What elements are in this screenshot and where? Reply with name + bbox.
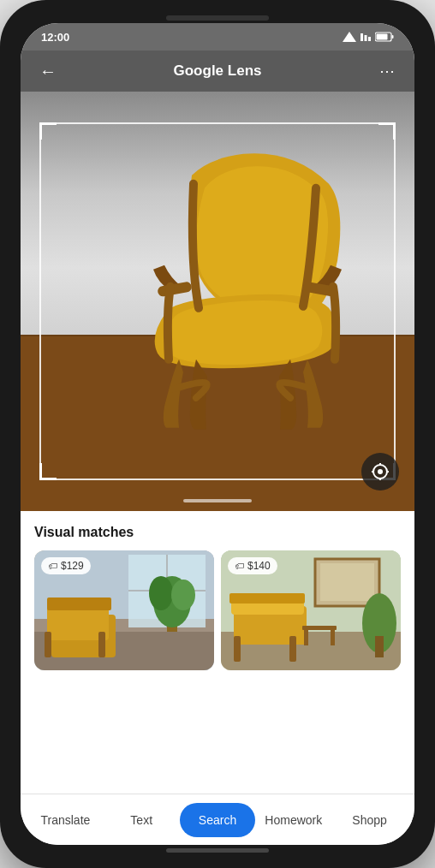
svg-rect-41 xyxy=(302,626,337,630)
svg-marker-0 xyxy=(343,32,356,42)
tab-homework[interactable]: Homework xyxy=(255,803,331,837)
swipe-handle xyxy=(183,499,252,502)
svg-rect-1 xyxy=(361,33,363,41)
nav-title: Google Lens xyxy=(174,62,262,80)
results-area: Visual matches xyxy=(21,511,414,794)
match-1-price: $129 xyxy=(61,560,84,572)
svg-rect-42 xyxy=(304,630,308,645)
match-card-2[interactable]: 🏷 $140 xyxy=(221,550,401,670)
svg-point-28 xyxy=(149,576,173,610)
matches-grid: 🏷 $129 xyxy=(34,550,401,794)
lens-search-button[interactable] xyxy=(361,453,399,490)
tag-icon-1: 🏷 xyxy=(48,561,57,571)
wifi-icon xyxy=(360,32,372,42)
tab-translate[interactable]: Translate xyxy=(27,803,104,837)
match-2-price: $140 xyxy=(247,560,271,572)
tab-search[interactable]: Search xyxy=(180,803,256,837)
match-2-price-badge: 🏷 $140 xyxy=(228,557,277,574)
chair-illustration xyxy=(72,141,363,449)
chair-photo xyxy=(21,92,414,511)
back-button[interactable]: ← xyxy=(34,57,62,85)
more-options-button[interactable]: ⋯ xyxy=(373,57,401,85)
svg-rect-40 xyxy=(289,636,296,662)
phone-screen: 12:00 ← xyxy=(21,23,414,845)
svg-rect-5 xyxy=(392,35,394,39)
match-1-price-badge: 🏷 $129 xyxy=(41,557,91,574)
svg-rect-39 xyxy=(234,636,241,662)
svg-rect-2 xyxy=(365,35,367,41)
tab-text[interactable]: Text xyxy=(104,803,180,837)
phone-frame: 12:00 ← xyxy=(0,0,435,868)
tab-shopping[interactable]: Shopp xyxy=(331,803,408,837)
svg-rect-6 xyxy=(377,34,388,40)
status-icons xyxy=(343,32,394,42)
svg-rect-3 xyxy=(368,37,371,41)
bottom-tabs: Translate Text Search Homework Shopp xyxy=(21,794,414,845)
svg-rect-43 xyxy=(331,630,335,645)
svg-rect-21 xyxy=(45,632,51,657)
nav-bar: ← Google Lens ⋯ xyxy=(21,51,414,92)
battery-icon xyxy=(375,32,394,42)
svg-point-10 xyxy=(378,469,383,474)
svg-rect-35 xyxy=(375,636,384,657)
signal-icon xyxy=(343,32,356,42)
match-card-1[interactable]: 🏷 $129 xyxy=(34,550,214,670)
status-bar: 12:00 xyxy=(21,23,414,51)
svg-rect-22 xyxy=(98,632,105,657)
svg-point-29 xyxy=(171,580,195,610)
image-area[interactable] xyxy=(21,92,414,511)
svg-rect-33 xyxy=(320,563,374,601)
svg-rect-20 xyxy=(47,597,111,610)
svg-rect-38 xyxy=(229,593,305,603)
visual-matches-title: Visual matches xyxy=(34,525,401,540)
status-time: 12:00 xyxy=(41,31,69,44)
lens-icon xyxy=(370,461,390,482)
tag-icon-2: 🏷 xyxy=(235,561,244,571)
